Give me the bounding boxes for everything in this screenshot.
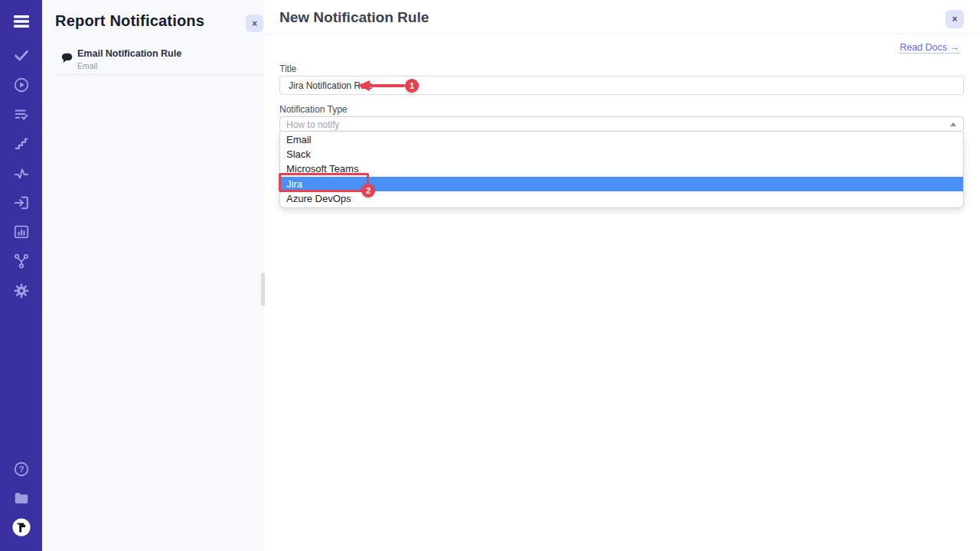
logo[interactable] <box>12 518 31 536</box>
svg-text:?: ? <box>19 465 24 474</box>
play-icon[interactable] <box>12 76 31 94</box>
git-branch-icon[interactable] <box>12 252 31 270</box>
title-input[interactable] <box>279 76 964 95</box>
panel-title: Report Notifications <box>55 12 204 30</box>
notification-type-select[interactable]: How to notify <box>279 116 964 132</box>
check-icon[interactable] <box>12 46 31 64</box>
option-azure-devops[interactable]: Azure DevOps <box>280 191 963 206</box>
option-microsoft-teams[interactable]: Microsoft Teams <box>280 161 963 176</box>
dialog-header: New Notification Rule <box>264 0 980 34</box>
help-icon[interactable]: ? <box>12 460 31 478</box>
read-docs-link[interactable]: Read Docs → <box>900 42 959 54</box>
option-email[interactable]: Email <box>280 132 963 147</box>
list-check-icon[interactable] <box>12 106 31 124</box>
new-notification-rule-dialog: New Notification Rule × Read Docs → Titl… <box>264 0 980 551</box>
notification-rule-list-item[interactable]: Email Notification Rule Email <box>55 43 264 75</box>
notification-type-dropdown: Email Slack Microsoft Teams Jira Azure D… <box>279 132 964 208</box>
activity-icon[interactable] <box>12 165 31 183</box>
dialog-close-button[interactable]: × <box>946 10 964 28</box>
bar-chart-icon[interactable] <box>12 223 31 241</box>
chat-bubble-icon <box>60 51 74 67</box>
option-slack[interactable]: Slack <box>280 147 963 161</box>
notification-type-label: Notification Type <box>279 104 348 115</box>
import-icon[interactable] <box>12 194 31 212</box>
list-item-subtitle: Email <box>77 61 97 70</box>
sidebar: ? <box>0 0 42 551</box>
title-label: Title <box>279 64 296 74</box>
settings-icon[interactable] <box>12 282 31 300</box>
dialog-title: New Notification Rule <box>279 9 429 26</box>
chevron-up-icon <box>950 122 956 126</box>
option-jira[interactable]: Jira <box>280 177 963 191</box>
panel-scrollbar[interactable] <box>261 272 265 306</box>
panel-close-button[interactable]: × <box>246 15 263 32</box>
steps-icon[interactable] <box>12 135 31 153</box>
report-notifications-panel: Report Notifications × Email Notificatio… <box>42 0 264 551</box>
list-item-title: Email Notification Rule <box>77 48 181 59</box>
select-placeholder: How to notify <box>286 119 339 130</box>
menu-icon[interactable] <box>12 12 31 31</box>
folder-icon[interactable] <box>12 489 31 507</box>
